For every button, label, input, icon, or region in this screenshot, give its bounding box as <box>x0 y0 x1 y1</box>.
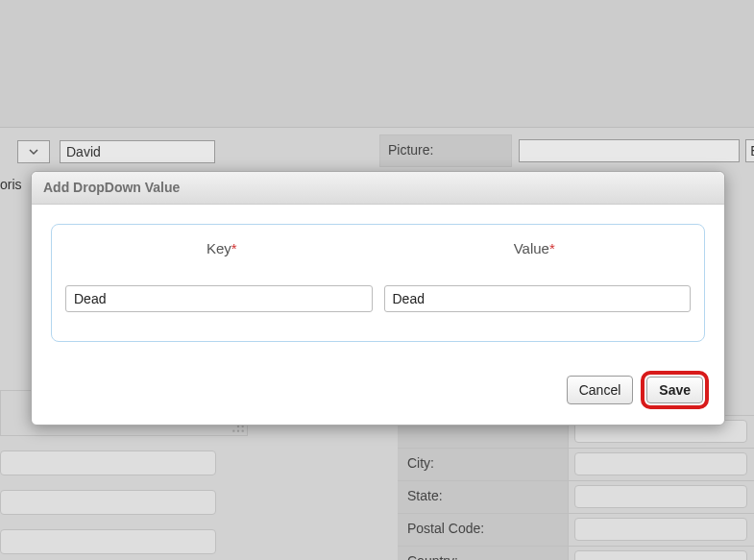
key-label: Key <box>207 240 231 256</box>
value-required-mark: * <box>549 240 555 256</box>
add-dropdown-value-modal: Add DropDown Value Key* Value* Cancel <box>31 171 725 426</box>
value-input[interactable] <box>384 285 692 312</box>
key-required-mark: * <box>231 240 237 256</box>
value-column-header: Value* <box>378 236 692 280</box>
save-button[interactable]: Save <box>646 377 703 403</box>
key-column-header: Key* <box>65 236 378 280</box>
modal-footer: Cancel Save <box>32 361 724 425</box>
cancel-button[interactable]: Cancel <box>567 376 634 404</box>
key-input[interactable] <box>65 285 373 312</box>
save-highlight: Save <box>641 371 709 409</box>
modal-overlay: Add DropDown Value Key* Value* Cancel <box>0 0 754 560</box>
modal-panel: Key* Value* <box>51 224 705 342</box>
modal-title: Add DropDown Value <box>32 172 724 205</box>
value-label: Value <box>514 240 549 256</box>
